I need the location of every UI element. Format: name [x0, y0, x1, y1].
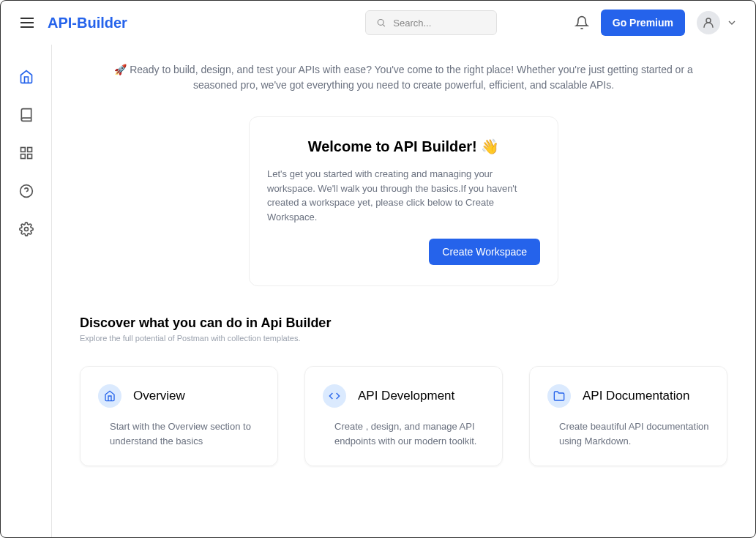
search-icon: [376, 17, 386, 29]
home-icon: [98, 384, 121, 408]
welcome-title: Welcome to API Builder! 👋: [267, 138, 540, 155]
svg-rect-6: [20, 148, 25, 152]
app-logo[interactable]: API-Builder: [48, 15, 127, 31]
user-menu[interactable]: [697, 11, 738, 34]
intro-text: 🚀 Ready to build, design, and test your …: [104, 62, 704, 93]
feature-title: Overview: [133, 389, 185, 403]
feature-desc: Start with the Overview section to under…: [98, 419, 260, 448]
svg-line-4: [383, 25, 385, 27]
feature-cards: Overview Start with the Overview section…: [80, 366, 727, 466]
avatar: [697, 11, 720, 34]
feature-card-api-dev[interactable]: API Development Create , design, and man…: [304, 366, 503, 466]
sidebar-item-grid[interactable]: [15, 141, 38, 165]
sidebar-item-home[interactable]: [15, 65, 38, 89]
code-icon: [323, 384, 346, 408]
feature-desc: Create , design, and manage API endpoint…: [323, 419, 484, 448]
feature-card-overview[interactable]: Overview Start with the Overview section…: [80, 366, 278, 466]
book-icon: [19, 108, 34, 122]
search-box[interactable]: [365, 10, 497, 35]
feature-card-api-docs[interactable]: API Documentation Create beautiful API d…: [529, 366, 727, 466]
discover-sub: Explore the full potential of Postman wi…: [80, 334, 727, 343]
discover-heading: Discover what you can do in Api Builder: [80, 315, 727, 331]
chevron-down-icon: [726, 17, 738, 29]
create-workspace-button[interactable]: Create Workspace: [429, 239, 540, 265]
go-premium-button[interactable]: Go Premium: [601, 10, 685, 36]
svg-rect-9: [20, 154, 25, 159]
home-icon: [19, 70, 34, 84]
main-content: 🚀 Ready to build, design, and test your …: [52, 45, 755, 537]
svg-point-3: [378, 20, 383, 26]
feature-title: API Documentation: [583, 389, 689, 403]
sidebar-item-help[interactable]: [15, 179, 38, 203]
help-icon: [19, 184, 34, 198]
grid-icon: [19, 146, 34, 160]
feature-desc: Create beautiful API documentation using…: [547, 419, 709, 448]
welcome-card: Welcome to API Builder! 👋 Let's get you …: [249, 116, 558, 286]
svg-point-12: [24, 228, 28, 231]
sidebar: [1, 45, 52, 537]
svg-rect-7: [27, 148, 31, 152]
notifications-icon[interactable]: [575, 15, 589, 30]
search-input[interactable]: [393, 18, 486, 29]
header: API-Builder Go Premium: [1, 1, 755, 45]
welcome-body: Let's get you started with creating and …: [267, 167, 540, 224]
user-icon: [702, 16, 715, 29]
feature-title: API Development: [358, 389, 454, 403]
menu-icon[interactable]: [18, 14, 36, 31]
sidebar-item-settings[interactable]: [15, 217, 38, 241]
svg-rect-8: [27, 154, 31, 159]
gear-icon: [19, 222, 34, 236]
folder-icon: [547, 384, 571, 408]
svg-point-5: [706, 18, 711, 23]
sidebar-item-book[interactable]: [15, 103, 38, 127]
